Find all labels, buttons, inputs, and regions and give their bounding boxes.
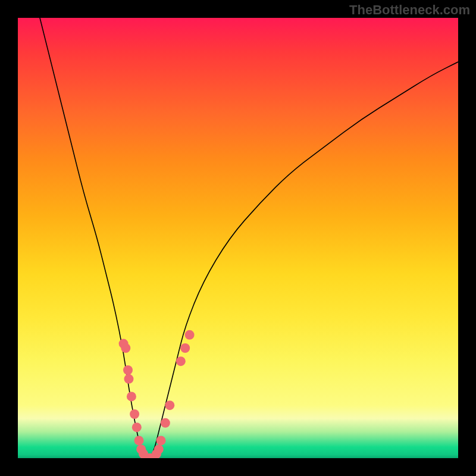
data-point	[176, 356, 186, 366]
data-point	[130, 409, 139, 419]
chart-frame: TheBottleneck.com	[0, 0, 476, 476]
data-points	[119, 330, 195, 458]
points-layer	[18, 18, 458, 458]
data-point	[132, 422, 142, 432]
data-point	[165, 400, 174, 410]
data-point	[180, 343, 190, 353]
plot-area	[18, 18, 458, 458]
data-point	[134, 436, 144, 445]
data-point	[156, 436, 166, 445]
data-point	[161, 418, 170, 428]
data-point	[121, 343, 130, 353]
data-point	[185, 330, 195, 340]
data-point	[154, 444, 164, 454]
data-point	[124, 374, 133, 384]
data-point	[123, 365, 133, 375]
watermark-text: TheBottleneck.com	[349, 2, 470, 18]
data-point	[127, 392, 136, 401]
